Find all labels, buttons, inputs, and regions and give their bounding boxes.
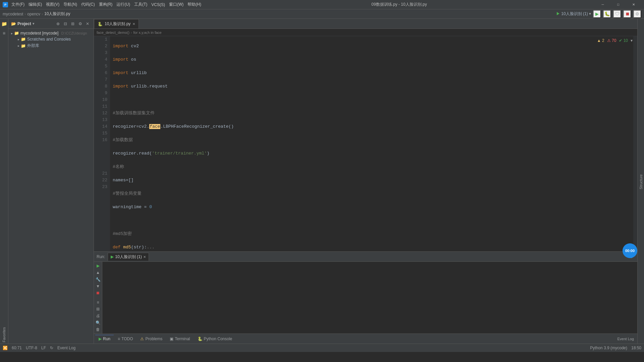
maximize-button[interactable]: □: [610, 0, 626, 9]
run-sidebar: ▶ ▲ 🔧 ▼ ⏹ ≡ ⊞ 🖨 🔍 🗑: [94, 262, 102, 334]
settings-button[interactable]: ⚙: [633, 10, 641, 18]
collapse-gutter-icon[interactable]: ▾: [631, 38, 633, 43]
status-linesep: LF: [41, 346, 46, 350]
status-left: 🔀 60:71 UTF-8 LF ↻ Event Log: [3, 346, 75, 350]
collapse-icon[interactable]: ⊟: [62, 20, 69, 27]
run-button[interactable]: ▶: [593, 10, 601, 18]
project-label: Project: [17, 21, 31, 26]
menu-edit[interactable]: 编辑(E): [26, 0, 44, 9]
editor-status-bar: ▲ 2 ⚠ 70 ✔ 10 ▾: [597, 38, 633, 43]
run-list2-icon[interactable]: ⊞: [95, 306, 101, 312]
minimize-button[interactable]: ─: [595, 0, 610, 9]
project-dropdown-icon[interactable]: ▾: [33, 22, 34, 25]
status-bar: 🔀 60:71 UTF-8 LF ↻ Event Log Python 3.9 …: [0, 344, 644, 352]
menu-view[interactable]: 视图(V): [44, 0, 61, 9]
tab-run[interactable]: ▶ Run: [95, 335, 114, 343]
run-wrench-icon[interactable]: 🔧: [95, 277, 101, 282]
dropdown-arrow-icon: ▾: [589, 11, 591, 16]
breadcrumb-file[interactable]: 10人脸识别.py: [44, 11, 70, 17]
run-list-icon[interactable]: ≡: [95, 300, 101, 305]
app-logo: P: [3, 2, 8, 7]
tree-item-external[interactable]: ▸ 📁 外部库: [8, 42, 94, 49]
breadcrumb-arrow: ›: [131, 31, 132, 35]
system-clock: 18:50: [631, 346, 641, 350]
breadcrumb: mycodetest › opencv › 10人脸识别.py: [3, 11, 70, 17]
main-content: 📁 ≡ Favorites 📂 Project ▾ ⊕ ⊟ ⊞ ⚙ ✕ ▸: [0, 19, 644, 344]
error-count: ⚠ 70: [607, 38, 616, 43]
run-play-icon[interactable]: ▶: [95, 263, 101, 268]
run-stop-icon[interactable]: ⏹: [95, 290, 101, 296]
hide-panel-icon[interactable]: ✕: [84, 20, 91, 27]
run-filter-icon[interactable]: 🔍: [95, 320, 101, 325]
badge-text: 00:00: [625, 249, 635, 253]
run-active-tab[interactable]: ▶ 10人脸识别 (1) ✕: [108, 253, 149, 261]
tab-python-console[interactable]: 🐍 Python Console: [194, 335, 236, 343]
sidebar-icons: 📁 ≡ Favorites: [0, 19, 8, 344]
structure-label: Structure: [638, 173, 644, 191]
tab-label: 10人脸识别.py: [105, 21, 130, 27]
menu-help[interactable]: 帮助(H): [185, 0, 203, 9]
right-gutter: [633, 36, 637, 251]
run-tab-icon: ▶: [111, 254, 114, 259]
tree-item-label: mycodetest [mycode]: [20, 31, 58, 36]
run-config-dropdown[interactable]: ▶ 10人脸识别 (1) ▾: [556, 11, 591, 17]
tree-item-scratches[interactable]: ▸ 📁 Scratches and Consoles: [8, 36, 94, 42]
event-log-status[interactable]: Event Log: [57, 346, 75, 350]
breadcrumb-module[interactable]: opencv: [27, 12, 40, 16]
stop-button[interactable]: ⏹: [623, 10, 631, 18]
tab-close-icon[interactable]: ✕: [132, 22, 135, 26]
breadcrumb-project[interactable]: mycodetest: [3, 12, 23, 16]
run-scroll-up-icon[interactable]: ▲: [95, 270, 101, 275]
code-editor[interactable]: import cv2 import os import urllib impor…: [110, 36, 633, 251]
menu-vcs[interactable]: VCS(S): [149, 0, 167, 9]
editor-tab-main[interactable]: 🐍 10人脸识别.py ✕: [94, 19, 139, 28]
menu-refactor[interactable]: 重构(R): [97, 0, 115, 9]
run-trash-icon[interactable]: 🗑: [95, 327, 101, 332]
title-bar: P // Render menu items inline after body…: [0, 0, 644, 9]
menu-bar[interactable]: P // Render menu items inline after body…: [3, 0, 203, 9]
settings-tree-icon[interactable]: ⚙: [77, 20, 84, 27]
tab-problems[interactable]: ⚠ Problems: [137, 335, 166, 343]
window-controls[interactable]: ─ □ ✕: [595, 0, 641, 9]
tab-terminal[interactable]: ▣ Terminal: [166, 335, 193, 343]
tab-todo[interactable]: ≡ TODO: [114, 335, 136, 343]
bottom-tab-bar: ▶ Run ≡ TODO ⚠ Problems ▣ Terminal 🐍 Pyt…: [94, 334, 637, 344]
tab-todo-label: TODO: [121, 337, 133, 341]
event-log-link[interactable]: Event Log: [615, 337, 636, 341]
breadcrumb-sep2: ›: [42, 12, 43, 16]
run-config-icon: ▶: [556, 11, 560, 16]
top-tools: ▶ 10人脸识别 (1) ▾ ▶ 🐛 🛡 ⏹ ⚙: [556, 10, 641, 18]
tree-item-root[interactable]: ▸ 📁 mycodetest [mycode] D:\CCZUdesign: [8, 30, 94, 36]
project-tool-icon[interactable]: 📁: [0, 20, 8, 27]
run-output: [102, 262, 637, 334]
run-tab-label: 10人脸识别 (1): [115, 254, 142, 260]
structure-tool-icon[interactable]: ≡: [0, 29, 8, 37]
menu-window[interactable]: 窗口(W): [167, 0, 185, 9]
favorites-label: Favorites: [1, 326, 7, 344]
run-tab-close-icon[interactable]: ✕: [143, 255, 146, 259]
menu-file[interactable]: 文件(F): [9, 0, 26, 9]
project-title: 📂 Project ▾: [11, 21, 34, 26]
project-header: 📂 Project ▾ ⊕ ⊟ ⊞ ⚙ ✕: [8, 19, 94, 29]
close-button[interactable]: ✕: [626, 0, 641, 9]
expand-icon[interactable]: ⊞: [69, 20, 76, 27]
editor-breadcrumb: face_detect_demo() › for x,y,w,h in face: [94, 29, 637, 36]
window-title: 09数据训练.py - 10人脸识别.py: [203, 2, 595, 7]
locate-icon[interactable]: ⊕: [55, 20, 61, 27]
menu-nav[interactable]: 导航(N): [61, 0, 79, 9]
problems-icon: ⚠: [140, 337, 144, 341]
debug-button[interactable]: 🐛: [603, 10, 611, 18]
tab-problems-label: Problems: [145, 337, 162, 341]
project-panel: 📂 Project ▾ ⊕ ⊟ ⊞ ⚙ ✕ ▸ 📁 mycodetest [my…: [8, 19, 94, 344]
tab-run-label: Run: [103, 337, 110, 341]
run-print-icon[interactable]: 🖨: [95, 313, 101, 318]
editor-code-content[interactable]: 1 2 3 4 5 6 7 8 9 10 11 12 13 14 15 16 1: [94, 36, 637, 251]
menu-tools[interactable]: 工具(T): [132, 0, 149, 9]
breadcrumb-sep1: ›: [24, 12, 26, 16]
menu-run[interactable]: 运行(U): [114, 0, 132, 9]
warning-count: ▲ 2: [597, 38, 604, 43]
run-scroll-down-icon[interactable]: ▼: [95, 284, 101, 289]
editor-tab-bar: 🐍 10人脸识别.py ✕: [94, 19, 637, 29]
coverage-button[interactable]: 🛡: [613, 10, 621, 18]
menu-code[interactable]: 代码(C): [79, 0, 97, 9]
